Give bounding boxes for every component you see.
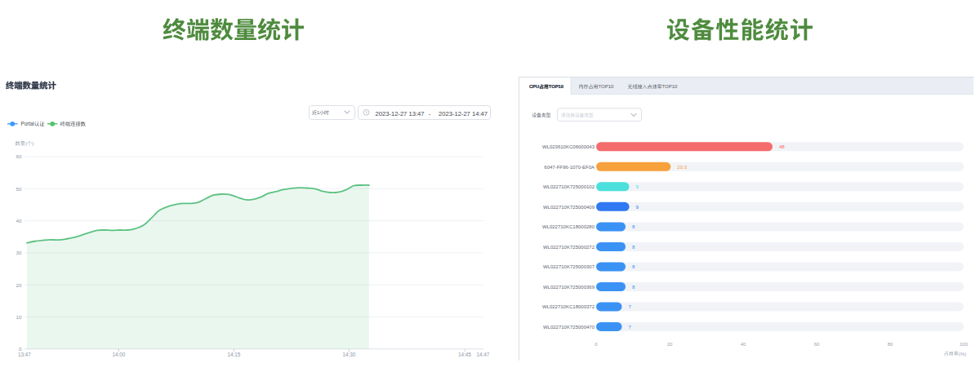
svg-text:60: 60 xyxy=(16,153,22,159)
svg-text:WL023610KC06000043: WL023610KC06000043 xyxy=(542,144,595,149)
svg-text:WL022710K725000272: WL022710K725000272 xyxy=(543,245,595,250)
svg-text:WL022710K725000102: WL022710K725000102 xyxy=(543,184,595,189)
svg-text:WL022710K725000409: WL022710K725000409 xyxy=(543,205,595,210)
svg-text:20: 20 xyxy=(667,342,673,347)
svg-text:): ) xyxy=(32,140,33,146)
svg-text:2023-12-27 14:47: 2023-12-27 14:47 xyxy=(439,110,488,117)
svg-text:20.3: 20.3 xyxy=(677,165,687,170)
svg-text:TOP10: TOP10 xyxy=(599,84,615,89)
svg-text:13:47: 13:47 xyxy=(18,352,31,357)
svg-text:50: 50 xyxy=(16,186,22,192)
svg-text:20: 20 xyxy=(16,282,22,288)
svg-text:(%): (%) xyxy=(959,352,966,356)
svg-text:14:15: 14:15 xyxy=(228,352,241,357)
svg-text:30: 30 xyxy=(16,250,22,255)
svg-text:60: 60 xyxy=(814,342,820,347)
svg-text:WL022710K725000369: WL022710K725000369 xyxy=(543,285,595,290)
svg-text:CPU: CPU xyxy=(529,84,539,89)
svg-text:1: 1 xyxy=(317,110,319,115)
svg-text:100: 100 xyxy=(960,342,969,347)
svg-text:14:45: 14:45 xyxy=(458,352,471,357)
svg-text:TOP10: TOP10 xyxy=(549,84,564,89)
svg-text:TOP10: TOP10 xyxy=(662,84,679,89)
svg-text:WL022710K725000470: WL022710K725000470 xyxy=(543,325,595,330)
svg-text:14:00: 14:00 xyxy=(113,352,126,357)
svg-text:Portal: Portal xyxy=(21,121,34,126)
svg-text:48: 48 xyxy=(779,144,785,149)
svg-text:10: 10 xyxy=(16,314,22,320)
svg-text:WL022710KC18000280: WL022710KC18000280 xyxy=(542,224,595,229)
svg-text:40: 40 xyxy=(16,218,22,224)
svg-text:14:47: 14:47 xyxy=(477,352,490,357)
svg-text:14:30: 14:30 xyxy=(343,352,356,357)
svg-text:80: 80 xyxy=(888,342,893,347)
svg-text:WL022710KC18000372: WL022710KC18000372 xyxy=(542,304,595,309)
svg-text:40: 40 xyxy=(741,342,746,347)
svg-text:6047-FF96-1070-EF0A: 6047-FF96-1070-EF0A xyxy=(544,165,595,170)
svg-text:WL022710K725000307: WL022710K725000307 xyxy=(543,264,595,269)
svg-text:2023-12-27 13:47: 2023-12-27 13:47 xyxy=(376,110,425,117)
